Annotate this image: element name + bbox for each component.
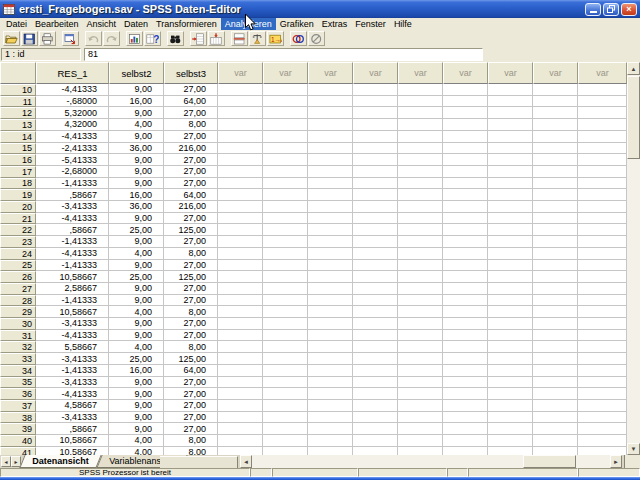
column-header-var[interactable]: var xyxy=(218,62,263,84)
empty-cell[interactable] xyxy=(533,423,578,435)
empty-cell[interactable] xyxy=(263,143,308,155)
row-header-41[interactable]: 41 xyxy=(0,447,36,455)
data-cell[interactable]: -1,41333 xyxy=(36,365,109,377)
redo-button[interactable] xyxy=(103,31,120,46)
empty-cell[interactable] xyxy=(353,224,398,236)
empty-cell[interactable] xyxy=(263,131,308,143)
empty-cell[interactable] xyxy=(443,154,488,166)
empty-cell[interactable] xyxy=(578,318,627,330)
data-cell[interactable]: 9,00 xyxy=(109,178,164,190)
empty-cell[interactable] xyxy=(263,306,308,318)
empty-cell[interactable] xyxy=(578,224,627,236)
empty-cell[interactable] xyxy=(443,353,488,365)
data-cell[interactable]: 10,58667 xyxy=(36,306,109,318)
empty-cell[interactable] xyxy=(353,260,398,272)
empty-cell[interactable] xyxy=(308,213,353,225)
empty-cell[interactable] xyxy=(533,447,578,455)
empty-cell[interactable] xyxy=(443,330,488,342)
empty-cell[interactable] xyxy=(578,400,627,412)
empty-cell[interactable] xyxy=(263,107,308,119)
empty-cell[interactable] xyxy=(488,201,533,213)
use-sets-button[interactable] xyxy=(290,31,307,46)
empty-cell[interactable] xyxy=(578,447,627,455)
empty-cell[interactable] xyxy=(218,260,263,272)
empty-cell[interactable] xyxy=(308,295,353,307)
minimize-button[interactable] xyxy=(585,3,601,16)
empty-cell[interactable] xyxy=(308,388,353,400)
empty-cell[interactable] xyxy=(353,388,398,400)
empty-cell[interactable] xyxy=(353,154,398,166)
value-labels-button[interactable]: 1→A xyxy=(267,31,284,46)
data-cell[interactable]: 9,00 xyxy=(109,423,164,435)
column-header-var[interactable]: var xyxy=(443,62,488,84)
row-header-12[interactable]: 12 xyxy=(0,107,36,119)
column-header-var[interactable]: var xyxy=(353,62,398,84)
empty-cell[interactable] xyxy=(218,224,263,236)
empty-cell[interactable] xyxy=(218,248,263,260)
empty-cell[interactable] xyxy=(353,423,398,435)
empty-cell[interactable] xyxy=(263,447,308,455)
empty-cell[interactable] xyxy=(353,318,398,330)
empty-cell[interactable] xyxy=(533,96,578,108)
menu-item-fenster[interactable]: Fenster xyxy=(351,18,390,30)
row-header-39[interactable]: 39 xyxy=(0,423,36,435)
data-cell[interactable]: 4,00 xyxy=(109,248,164,260)
empty-cell[interactable] xyxy=(308,178,353,190)
empty-cell[interactable] xyxy=(263,224,308,236)
empty-cell[interactable] xyxy=(578,119,627,131)
empty-cell[interactable] xyxy=(488,189,533,201)
column-header-var[interactable]: var xyxy=(263,62,308,84)
empty-cell[interactable] xyxy=(533,201,578,213)
data-cell[interactable]: ,58667 xyxy=(36,224,109,236)
menu-item-extras[interactable]: Extras xyxy=(318,18,352,30)
empty-cell[interactable] xyxy=(218,178,263,190)
data-cell[interactable]: 9,00 xyxy=(109,236,164,248)
horizontal-scroll-thumb[interactable] xyxy=(523,455,576,468)
empty-cell[interactable] xyxy=(533,377,578,389)
column-header-var[interactable]: var xyxy=(578,62,627,84)
empty-cell[interactable] xyxy=(533,178,578,190)
data-cell[interactable]: 9,00 xyxy=(109,400,164,412)
empty-cell[interactable] xyxy=(263,260,308,272)
row-header-31[interactable]: 31 xyxy=(0,330,36,342)
empty-cell[interactable] xyxy=(263,295,308,307)
empty-cell[interactable] xyxy=(263,154,308,166)
data-cell[interactable]: -3,41333 xyxy=(36,412,109,424)
empty-cell[interactable] xyxy=(578,201,627,213)
empty-cell[interactable] xyxy=(443,84,488,96)
data-cell[interactable]: -4,41333 xyxy=(36,388,109,400)
data-cell[interactable]: 36,00 xyxy=(109,201,164,213)
empty-cell[interactable] xyxy=(263,201,308,213)
empty-cell[interactable] xyxy=(578,84,627,96)
empty-cell[interactable] xyxy=(218,353,263,365)
empty-cell[interactable] xyxy=(443,248,488,260)
empty-cell[interactable] xyxy=(533,107,578,119)
empty-cell[interactable] xyxy=(218,107,263,119)
empty-cell[interactable] xyxy=(308,353,353,365)
empty-cell[interactable] xyxy=(533,295,578,307)
empty-cell[interactable] xyxy=(398,224,443,236)
data-cell[interactable]: 4,00 xyxy=(109,306,164,318)
dialog-recall-button[interactable] xyxy=(62,31,79,46)
open-file-button[interactable] xyxy=(3,31,20,46)
row-header-40[interactable]: 40 xyxy=(0,435,36,447)
data-cell[interactable]: 4,32000 xyxy=(36,119,109,131)
empty-cell[interactable] xyxy=(398,423,443,435)
data-cell[interactable]: 36,00 xyxy=(109,143,164,155)
data-cell[interactable]: 4,00 xyxy=(109,447,164,455)
data-cell[interactable]: 27,00 xyxy=(164,213,218,225)
empty-cell[interactable] xyxy=(533,166,578,178)
empty-cell[interactable] xyxy=(308,119,353,131)
empty-cell[interactable] xyxy=(533,271,578,283)
empty-cell[interactable] xyxy=(218,365,263,377)
empty-cell[interactable] xyxy=(533,260,578,272)
empty-cell[interactable] xyxy=(398,447,443,455)
empty-cell[interactable] xyxy=(443,283,488,295)
empty-cell[interactable] xyxy=(398,260,443,272)
empty-cell[interactable] xyxy=(578,107,627,119)
empty-cell[interactable] xyxy=(398,318,443,330)
empty-cell[interactable] xyxy=(533,330,578,342)
empty-cell[interactable] xyxy=(578,435,627,447)
empty-cell[interactable] xyxy=(578,341,627,353)
empty-cell[interactable] xyxy=(308,318,353,330)
